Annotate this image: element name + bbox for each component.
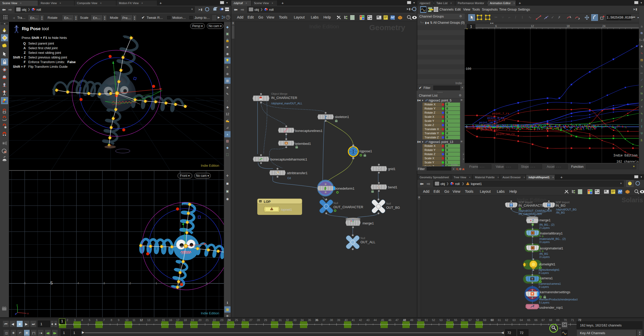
- svg-text:0: 0: [466, 125, 467, 129]
- svg-text:point_10_rz: point_10_rz: [479, 121, 498, 124]
- svg-text:point_12_rx: point_12_rx: [496, 133, 515, 136]
- svg-text:100: 100: [466, 67, 471, 71]
- svg-text:point_7_rx: point_7_rx: [492, 112, 509, 115]
- svg-text:x: x: [27, 312, 29, 315]
- svg-text:point_2-rx: point_2-rx: [481, 128, 498, 131]
- svg-text:Indie Edition: Indie Edition: [613, 154, 638, 157]
- svg-text:✗: ✗: [578, 18, 580, 20]
- svg-text:162 channels: 162 channels: [616, 160, 639, 163]
- svg-text:y: y: [16, 304, 18, 306]
- svg-text:z: z: [15, 313, 16, 315]
- svg-text:LOP: LOP: [264, 200, 271, 204]
